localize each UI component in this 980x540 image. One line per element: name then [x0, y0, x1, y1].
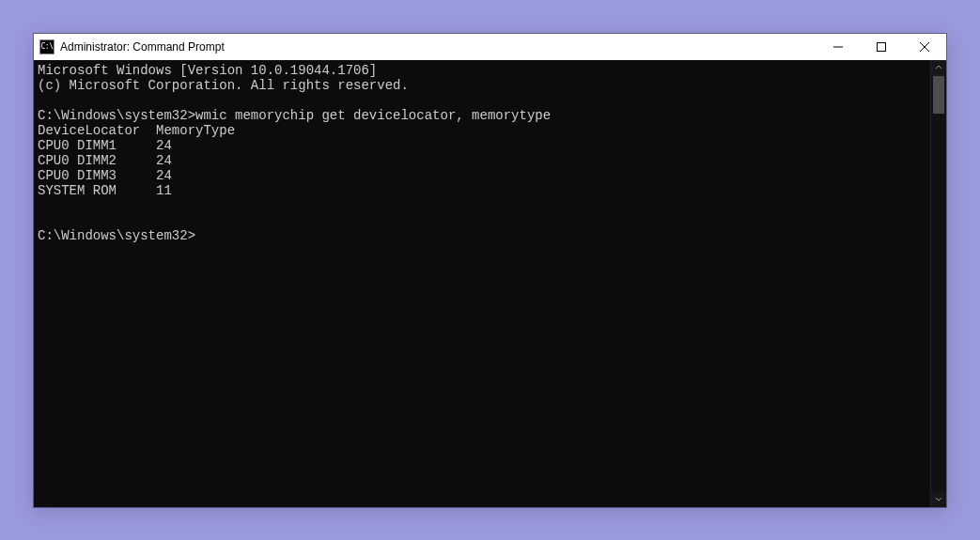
table-row: CPU0 DIMM2 24 — [38, 153, 172, 168]
column-header-1: DeviceLocator — [38, 123, 140, 138]
cmd-icon: C:\ — [39, 39, 54, 54]
table-row: CPU0 DIMM3 24 — [38, 168, 172, 183]
close-button[interactable] — [903, 34, 946, 60]
chevron-up-icon — [935, 64, 942, 71]
prompt: C:\Windows\system32> — [38, 108, 195, 123]
terminal-output[interactable]: Microsoft Windows [Version 10.0.19044.17… — [34, 60, 930, 507]
chevron-down-icon — [935, 495, 942, 502]
scroll-down-button[interactable] — [931, 491, 946, 507]
prompt: C:\Windows\system32> — [38, 228, 195, 243]
scroll-thumb[interactable] — [933, 76, 944, 114]
table-row: SYSTEM ROM 11 — [38, 183, 172, 198]
scroll-track[interactable] — [931, 76, 946, 491]
maximize-icon — [877, 42, 886, 52]
window-title: Administrator: Command Prompt — [60, 40, 225, 54]
client-area: Microsoft Windows [Version 10.0.19044.17… — [34, 60, 946, 507]
minimize-button[interactable] — [817, 34, 860, 60]
close-icon — [920, 42, 929, 52]
column-header-2: MemoryType — [156, 123, 235, 138]
command-prompt-window: C:\ Administrator: Command Prompt Micros… — [33, 33, 947, 508]
vertical-scrollbar[interactable] — [930, 60, 946, 507]
table-row: CPU0 DIMM1 24 — [38, 138, 172, 153]
minimize-icon — [833, 42, 843, 52]
os-version-line: Microsoft Windows [Version 10.0.19044.17… — [38, 63, 377, 78]
svg-rect-1 — [878, 42, 886, 51]
scroll-up-button[interactable] — [931, 60, 946, 76]
copyright-line: (c) Microsoft Corporation. All rights re… — [38, 78, 409, 93]
titlebar[interactable]: C:\ Administrator: Command Prompt — [34, 34, 946, 60]
maximize-button[interactable] — [860, 34, 903, 60]
command-text: wmic memorychip get devicelocator, memor… — [195, 108, 551, 123]
